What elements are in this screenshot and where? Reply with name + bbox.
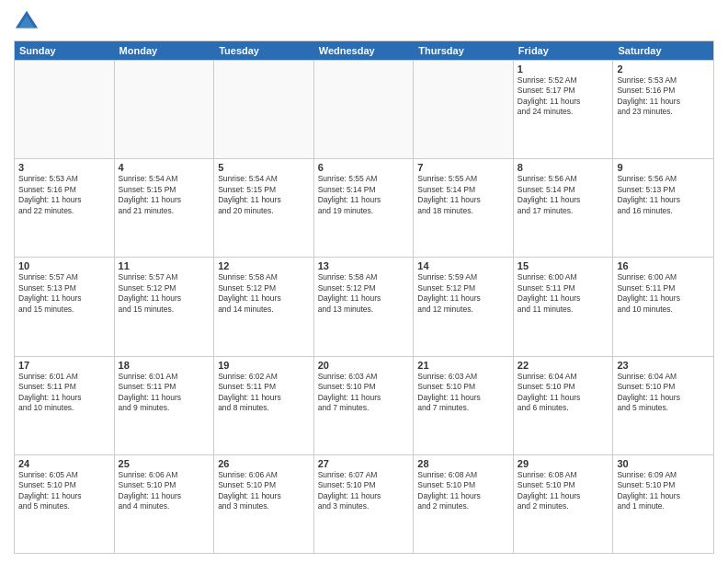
header-day-friday: Friday <box>514 41 614 60</box>
day-number: 10 <box>18 260 110 271</box>
day-info: Sunrise: 6:03 AMSunset: 5:10 PMDaylight:… <box>417 372 509 414</box>
day-info: Sunrise: 5:57 AMSunset: 5:12 PMDaylight:… <box>119 272 210 315</box>
calendar-cell: 1Sunrise: 5:52 AMSunset: 5:17 PMDaylight… <box>514 61 614 158</box>
day-number: 20 <box>318 360 410 371</box>
day-info: Sunrise: 5:56 AMSunset: 5:14 PMDaylight:… <box>518 174 609 216</box>
day-number: 21 <box>417 360 509 371</box>
day-number: 12 <box>218 260 310 271</box>
page: SundayMondayTuesdayWednesdayThursdayFrid… <box>0 0 728 563</box>
calendar-cell: 4Sunrise: 5:54 AMSunset: 5:15 PMDaylight… <box>115 159 215 257</box>
calendar-cell <box>115 61 215 158</box>
day-number: 2 <box>617 63 710 75</box>
day-number: 6 <box>318 162 410 173</box>
calendar-cell: 2Sunrise: 5:53 AMSunset: 5:16 PMDaylight… <box>613 61 713 158</box>
calendar-cell: 17Sunrise: 6:01 AMSunset: 5:11 PMDayligh… <box>15 357 115 454</box>
day-info: Sunrise: 6:01 AMSunset: 5:11 PMDaylight:… <box>119 372 210 414</box>
day-number: 28 <box>417 458 509 469</box>
calendar-body: 1Sunrise: 5:52 AMSunset: 5:17 PMDaylight… <box>15 60 713 553</box>
day-number: 23 <box>617 360 710 371</box>
day-info: Sunrise: 5:57 AMSunset: 5:13 PMDaylight:… <box>18 272 110 315</box>
calendar-cell: 19Sunrise: 6:02 AMSunset: 5:11 PMDayligh… <box>214 357 314 454</box>
day-info: Sunrise: 5:58 AMSunset: 5:12 PMDaylight:… <box>218 272 310 315</box>
calendar-cell: 13Sunrise: 5:58 AMSunset: 5:12 PMDayligh… <box>314 258 415 355</box>
calendar-cell: 10Sunrise: 5:57 AMSunset: 5:13 PMDayligh… <box>15 258 115 355</box>
calendar-cell: 22Sunrise: 6:04 AMSunset: 5:10 PMDayligh… <box>514 357 614 454</box>
calendar-cell <box>214 61 314 158</box>
calendar-row-3: 10Sunrise: 5:57 AMSunset: 5:13 PMDayligh… <box>15 257 713 355</box>
calendar-cell: 5Sunrise: 5:54 AMSunset: 5:15 PMDaylight… <box>214 159 314 257</box>
calendar-cell: 16Sunrise: 6:00 AMSunset: 5:11 PMDayligh… <box>613 258 713 355</box>
day-number: 9 <box>617 162 710 173</box>
calendar-cell: 12Sunrise: 5:58 AMSunset: 5:12 PMDayligh… <box>214 258 314 355</box>
day-info: Sunrise: 5:54 AMSunset: 5:15 PMDaylight:… <box>119 174 210 216</box>
day-info: Sunrise: 6:09 AMSunset: 5:10 PMDaylight:… <box>617 470 710 512</box>
day-number: 14 <box>417 260 509 271</box>
header-day-monday: Monday <box>115 41 215 60</box>
calendar-cell: 28Sunrise: 6:08 AMSunset: 5:10 PMDayligh… <box>414 455 514 553</box>
day-info: Sunrise: 5:58 AMSunset: 5:12 PMDaylight:… <box>318 272 410 315</box>
calendar-cell: 11Sunrise: 5:57 AMSunset: 5:12 PMDayligh… <box>115 258 215 355</box>
day-number: 11 <box>119 260 210 271</box>
day-info: Sunrise: 6:00 AMSunset: 5:11 PMDaylight:… <box>518 272 609 315</box>
calendar-row-5: 24Sunrise: 6:05 AMSunset: 5:10 PMDayligh… <box>15 454 713 553</box>
day-info: Sunrise: 5:54 AMSunset: 5:15 PMDaylight:… <box>218 174 310 216</box>
header-day-tuesday: Tuesday <box>214 41 314 60</box>
calendar-cell: 30Sunrise: 6:09 AMSunset: 5:10 PMDayligh… <box>613 455 713 553</box>
day-number: 15 <box>518 260 609 271</box>
calendar-cell: 25Sunrise: 6:06 AMSunset: 5:10 PMDayligh… <box>115 455 215 553</box>
day-number: 24 <box>18 458 110 469</box>
day-info: Sunrise: 6:00 AMSunset: 5:11 PMDaylight:… <box>617 272 710 315</box>
calendar-cell: 6Sunrise: 5:55 AMSunset: 5:14 PMDaylight… <box>314 159 415 257</box>
day-number: 19 <box>218 360 310 371</box>
calendar-cell <box>314 61 415 158</box>
day-number: 13 <box>318 260 410 271</box>
calendar: SundayMondayTuesdayWednesdayThursdayFrid… <box>14 40 714 554</box>
calendar-cell: 27Sunrise: 6:07 AMSunset: 5:10 PMDayligh… <box>314 455 415 553</box>
day-number: 18 <box>119 360 210 371</box>
header <box>14 9 714 35</box>
day-info: Sunrise: 5:56 AMSunset: 5:13 PMDaylight:… <box>617 174 710 216</box>
day-number: 1 <box>518 63 609 75</box>
header-day-wednesday: Wednesday <box>314 41 415 60</box>
day-number: 3 <box>18 162 110 173</box>
day-number: 27 <box>318 458 410 469</box>
day-number: 8 <box>518 162 609 173</box>
day-number: 26 <box>218 458 310 469</box>
calendar-cell: 24Sunrise: 6:05 AMSunset: 5:10 PMDayligh… <box>15 455 115 553</box>
day-info: Sunrise: 5:52 AMSunset: 5:17 PMDaylight:… <box>518 75 609 118</box>
day-info: Sunrise: 5:53 AMSunset: 5:16 PMDaylight:… <box>18 174 110 216</box>
calendar-cell: 29Sunrise: 6:08 AMSunset: 5:10 PMDayligh… <box>514 455 614 553</box>
calendar-header: SundayMondayTuesdayWednesdayThursdayFrid… <box>15 41 713 60</box>
calendar-cell: 21Sunrise: 6:03 AMSunset: 5:10 PMDayligh… <box>414 357 514 454</box>
day-info: Sunrise: 6:08 AMSunset: 5:10 PMDaylight:… <box>417 470 509 512</box>
calendar-row-1: 1Sunrise: 5:52 AMSunset: 5:17 PMDaylight… <box>15 60 713 158</box>
calendar-cell: 20Sunrise: 6:03 AMSunset: 5:10 PMDayligh… <box>314 357 415 454</box>
day-info: Sunrise: 5:53 AMSunset: 5:16 PMDaylight:… <box>617 75 710 118</box>
calendar-cell: 15Sunrise: 6:00 AMSunset: 5:11 PMDayligh… <box>514 258 614 355</box>
calendar-cell: 7Sunrise: 5:55 AMSunset: 5:14 PMDaylight… <box>414 159 514 257</box>
day-info: Sunrise: 6:04 AMSunset: 5:10 PMDaylight:… <box>617 372 710 414</box>
header-day-sunday: Sunday <box>15 41 115 60</box>
day-info: Sunrise: 6:06 AMSunset: 5:10 PMDaylight:… <box>119 470 210 512</box>
logo-icon <box>14 9 40 35</box>
calendar-cell: 26Sunrise: 6:06 AMSunset: 5:10 PMDayligh… <box>214 455 314 553</box>
day-info: Sunrise: 6:03 AMSunset: 5:10 PMDaylight:… <box>318 372 410 414</box>
day-info: Sunrise: 6:05 AMSunset: 5:10 PMDaylight:… <box>18 470 110 512</box>
day-info: Sunrise: 5:55 AMSunset: 5:14 PMDaylight:… <box>417 174 509 216</box>
calendar-cell: 23Sunrise: 6:04 AMSunset: 5:10 PMDayligh… <box>613 357 713 454</box>
day-info: Sunrise: 6:06 AMSunset: 5:10 PMDaylight:… <box>218 470 310 512</box>
day-number: 29 <box>518 458 609 469</box>
calendar-row-2: 3Sunrise: 5:53 AMSunset: 5:16 PMDaylight… <box>15 158 713 257</box>
header-day-thursday: Thursday <box>414 41 514 60</box>
day-info: Sunrise: 6:08 AMSunset: 5:10 PMDaylight:… <box>518 470 609 512</box>
calendar-cell <box>414 61 514 158</box>
day-number: 22 <box>518 360 609 371</box>
day-number: 25 <box>119 458 210 469</box>
calendar-row-4: 17Sunrise: 6:01 AMSunset: 5:11 PMDayligh… <box>15 356 713 454</box>
calendar-cell: 18Sunrise: 6:01 AMSunset: 5:11 PMDayligh… <box>115 357 215 454</box>
day-number: 16 <box>617 260 710 271</box>
day-number: 5 <box>218 162 310 173</box>
day-number: 30 <box>617 458 710 469</box>
logo <box>14 9 43 35</box>
calendar-cell: 9Sunrise: 5:56 AMSunset: 5:13 PMDaylight… <box>613 159 713 257</box>
